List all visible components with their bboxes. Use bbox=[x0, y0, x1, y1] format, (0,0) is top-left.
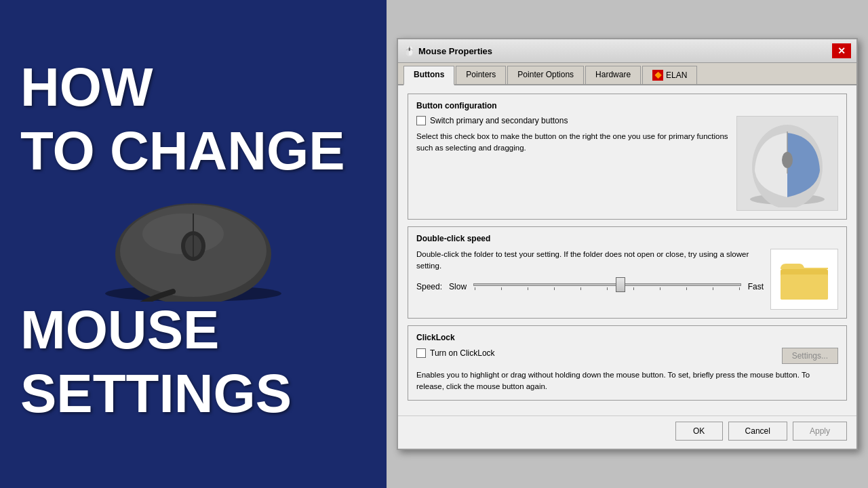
fast-label: Fast bbox=[748, 282, 764, 291]
tab-pointer-options[interactable]: Pointer Options bbox=[507, 66, 584, 84]
title-line4: SETTINGS bbox=[20, 365, 366, 422]
double-click-description: Double-click the folder to test your set… bbox=[416, 249, 764, 270]
clicklock-checkbox[interactable] bbox=[416, 348, 426, 358]
switch-buttons-row: Switch primary and secondary buttons bbox=[416, 116, 730, 125]
right-panel: 🖱️ Mouse Properties ✕ Buttons Pointers P… bbox=[387, 0, 868, 488]
cancel-button[interactable]: Cancel bbox=[728, 422, 787, 441]
elan-icon: 🔶 bbox=[652, 70, 663, 81]
clicklock-description: Enables you to highlight or drag without… bbox=[416, 369, 838, 391]
button-config-section: Button configuration Switch primary and … bbox=[408, 94, 847, 220]
dialog-footer: OK Cancel Apply bbox=[398, 415, 856, 449]
apply-button[interactable]: Apply bbox=[793, 422, 847, 441]
double-click-left: Double-click the folder to test your set… bbox=[416, 249, 764, 310]
title-line3: MOUSE bbox=[20, 302, 366, 359]
folder-preview[interactable] bbox=[770, 249, 838, 310]
settings-button[interactable]: Settings... bbox=[782, 348, 838, 364]
double-click-content: Double-click the folder to test your set… bbox=[416, 249, 838, 310]
button-config-title: Button configuration bbox=[416, 101, 838, 110]
button-config-left: Switch primary and secondary buttons Sel… bbox=[416, 116, 730, 211]
dialog-icon: 🖱️ bbox=[403, 45, 414, 56]
switch-buttons-checkbox[interactable] bbox=[416, 116, 426, 125]
mouse-illustration bbox=[85, 193, 302, 302]
clicklock-row: Turn on ClickLock Settings... bbox=[416, 348, 838, 364]
dialog-body: Button configuration Switch primary and … bbox=[398, 85, 856, 415]
mouse-preview-image bbox=[736, 116, 838, 211]
speed-label: Speed: bbox=[416, 282, 442, 291]
speed-slider-container[interactable] bbox=[473, 277, 741, 297]
clicklock-checkbox-row: Turn on ClickLock bbox=[416, 348, 495, 358]
tab-hardware[interactable]: Hardware bbox=[585, 66, 641, 84]
switch-buttons-label: Switch primary and secondary buttons bbox=[430, 116, 568, 125]
clicklock-section: ClickLock Turn on ClickLock Settings... … bbox=[408, 325, 847, 400]
tab-buttons[interactable]: Buttons bbox=[403, 66, 454, 85]
slider-track bbox=[473, 283, 741, 286]
clicklock-checkbox-label: Turn on ClickLock bbox=[430, 348, 495, 358]
left-panel: HOW TO CHANGE MOUSE SETTINGS bbox=[0, 0, 387, 488]
slider-ticks bbox=[473, 287, 741, 290]
ok-button[interactable]: OK bbox=[675, 422, 723, 441]
close-button[interactable]: ✕ bbox=[832, 43, 851, 58]
slider-thumb[interactable] bbox=[616, 277, 625, 292]
double-click-section: Double-click speed Double-click the fold… bbox=[408, 226, 847, 319]
title-bar: 🖱️ Mouse Properties ✕ bbox=[398, 39, 856, 63]
tab-pointers[interactable]: Pointers bbox=[456, 66, 506, 84]
button-config-description: Select this check box to make the button… bbox=[416, 131, 730, 152]
title-line2: TO CHANGE bbox=[20, 123, 366, 180]
tab-elan[interactable]: 🔶 ELAN bbox=[642, 66, 697, 84]
svg-rect-12 bbox=[781, 274, 828, 300]
tab-bar: Buttons Pointers Pointer Options Hardwar… bbox=[398, 63, 856, 85]
mouse-properties-dialog: 🖱️ Mouse Properties ✕ Buttons Pointers P… bbox=[397, 38, 858, 449]
title-line1: HOW bbox=[20, 59, 366, 116]
button-config-content: Switch primary and secondary buttons Sel… bbox=[416, 116, 838, 211]
double-click-title: Double-click speed bbox=[416, 234, 838, 243]
slow-label: Slow bbox=[449, 282, 467, 291]
title-bar-left: 🖱️ Mouse Properties bbox=[403, 45, 492, 56]
dialog-title: Mouse Properties bbox=[418, 46, 492, 56]
speed-row: Speed: Slow bbox=[416, 277, 764, 297]
svg-point-10 bbox=[782, 152, 793, 168]
clicklock-title: ClickLock bbox=[416, 333, 838, 342]
